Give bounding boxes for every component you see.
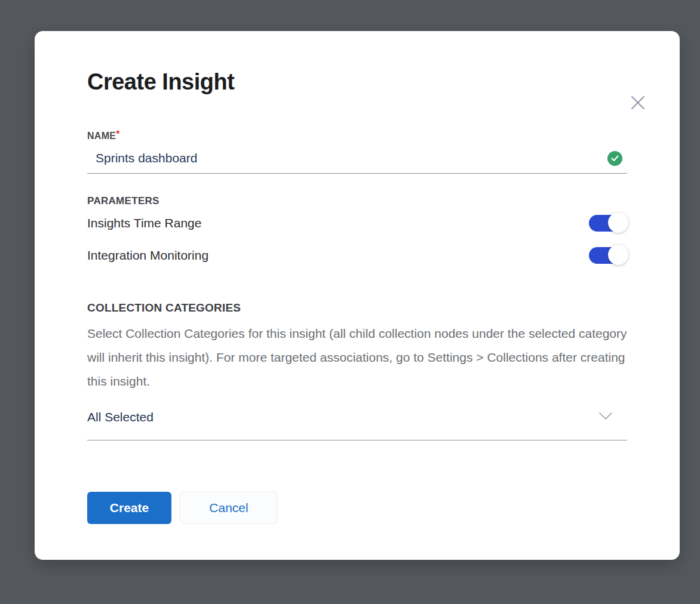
cancel-button[interactable]: Cancel xyxy=(180,492,278,524)
collection-categories-heading: COLLECTION CATEGORIES xyxy=(87,301,627,315)
close-button[interactable] xyxy=(627,92,649,113)
toggle-knob xyxy=(608,212,628,233)
name-field-group: NAME* xyxy=(87,131,627,174)
toggle-label: Insights Time Range xyxy=(87,216,201,230)
chevron-down-icon xyxy=(598,412,613,423)
modal-actions: Create Cancel xyxy=(87,492,627,524)
name-input[interactable] xyxy=(96,151,607,165)
toggle-row-insights-time-range: Insights Time Range xyxy=(87,207,627,239)
insights-time-range-toggle[interactable] xyxy=(589,215,624,232)
toggle-row-integration-monitoring: Integration Monitoring xyxy=(87,239,627,272)
modal-title: Create Insight xyxy=(87,69,627,96)
integration-monitoring-toggle[interactable] xyxy=(589,247,624,264)
create-insight-modal: Create Insight NAME* PARAMETERS Insights… xyxy=(35,31,680,560)
toggle-knob xyxy=(608,245,628,265)
close-icon xyxy=(629,94,647,112)
toggle-label: Integration Monitoring xyxy=(87,248,208,263)
collection-categories-description: Select Collection Categories for this in… xyxy=(87,322,627,393)
collection-categories-dropdown[interactable]: All Selected xyxy=(87,406,627,440)
parameters-section: PARAMETERS Insights Time Range Integrati… xyxy=(87,195,627,272)
check-circle-icon xyxy=(607,151,622,166)
dropdown-selected-value: All Selected xyxy=(87,410,153,424)
required-asterisk: * xyxy=(116,129,119,139)
parameters-heading: PARAMETERS xyxy=(87,195,627,207)
collection-categories-section: COLLECTION CATEGORIES Select Collection … xyxy=(87,301,627,440)
name-field-label: NAME* xyxy=(87,131,627,141)
name-input-row xyxy=(87,149,627,174)
create-button[interactable]: Create xyxy=(87,492,171,524)
